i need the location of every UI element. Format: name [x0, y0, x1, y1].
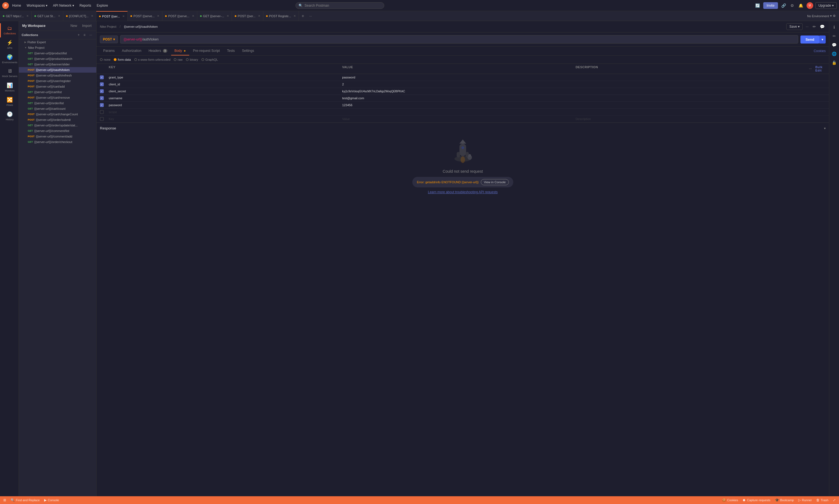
tab-close[interactable]: ✕: [122, 15, 125, 18]
tab-pre-request[interactable]: Pre-request Script: [190, 47, 223, 55]
cookies-link[interactable]: Cookies: [814, 49, 826, 53]
tab-close[interactable]: ✕: [192, 14, 194, 17]
list-item[interactable]: GET {{server-url}}/banner/slider: [19, 61, 96, 67]
sidebar-item-apis[interactable]: ⚡ APIs: [0, 37, 19, 52]
cell-value[interactable]: test@gmail.com: [342, 96, 575, 100]
list-item[interactable]: GET {{server-url}}/product/search: [19, 56, 96, 61]
tab-9[interactable]: POST Registe... ✕: [263, 11, 299, 21]
add-tab-button[interactable]: +: [299, 14, 307, 19]
tab-7[interactable]: GET {{server-... ✕: [197, 11, 232, 21]
sidebar-item-history[interactable]: 🕐 History: [0, 109, 19, 123]
method-selector[interactable]: POST ▾: [100, 35, 118, 43]
list-item[interactable]: GET {{server-url}}/order/list: [19, 100, 96, 106]
list-item[interactable]: POST {{server-url}}/order/submit: [19, 117, 96, 123]
tab-tests[interactable]: Tests: [224, 47, 238, 55]
tab-4[interactable]: POST {{ser... ✕: [96, 11, 128, 21]
cell-key[interactable]: client_secret: [109, 90, 342, 93]
sidebar-item-mock-servers[interactable]: 🖥 Mock Servers: [0, 66, 19, 80]
list-item[interactable]: GET {{server-url}}/cart/list: [19, 89, 96, 95]
tab-8[interactable]: POST {{ser... ✕: [232, 11, 263, 21]
message-icon[interactable]: 💬: [830, 41, 838, 49]
sidebar-item-monitors[interactable]: 📊 Monitors: [0, 80, 19, 94]
webhook-icon[interactable]: 🔗: [780, 2, 787, 9]
view-in-console-button[interactable]: View in Console: [481, 179, 509, 185]
radio-binary[interactable]: binary: [186, 58, 198, 61]
cell-key[interactable]: scope: [109, 110, 342, 114]
collection-flutter-expert[interactable]: ▶ Flutter Expert: [19, 39, 96, 45]
globe-icon[interactable]: 🌐: [830, 50, 838, 58]
nav-reports[interactable]: Reports: [77, 2, 93, 8]
row-checkbox[interactable]: [100, 103, 104, 107]
cell-value[interactable]: 123456: [342, 103, 575, 107]
tab-params[interactable]: Params: [100, 47, 118, 55]
edit-doc-icon[interactable]: ✏: [831, 32, 838, 40]
save-button[interactable]: Save ▾: [786, 23, 803, 30]
list-item[interactable]: GET {{server-url}}/comment/list: [19, 128, 96, 133]
environment-selector[interactable]: No Environment ▾ ⚙: [804, 14, 839, 18]
cell-key[interactable]: grant_type: [109, 76, 342, 79]
upgrade-button[interactable]: Upgrade ▾: [816, 2, 837, 9]
edit-icon[interactable]: ✏: [811, 23, 817, 30]
list-item[interactable]: POST {{server-url}}/user/register: [19, 78, 96, 84]
tab-close[interactable]: ✕: [157, 14, 159, 17]
import-button[interactable]: Import: [81, 23, 93, 28]
bottom-trash[interactable]: 🗑 Trash: [816, 498, 828, 502]
avatar[interactable]: U: [806, 2, 813, 9]
list-item[interactable]: GET {{server-url}}/cart/count: [19, 106, 96, 111]
more-request-options[interactable]: ···: [804, 24, 810, 29]
cell-key[interactable]: Key: [109, 117, 342, 121]
radio-form-data[interactable]: form-data: [114, 58, 131, 61]
cell-description[interactable]: Description: [576, 117, 809, 121]
row-checkbox[interactable]: [100, 110, 104, 114]
tab-close[interactable]: ✕: [294, 14, 296, 17]
tab-5[interactable]: POST {{serve... ✕: [128, 11, 162, 21]
sort-button[interactable]: ≡: [82, 33, 87, 37]
cell-key[interactable]: client_id: [109, 83, 342, 86]
bottom-expand[interactable]: ⤢: [833, 498, 836, 502]
radio-raw[interactable]: raw: [174, 58, 182, 61]
cell-value[interactable]: kyj1c9sVcksqGU4scMX7nLDalkjp2WoqQEf8PKAC: [342, 90, 575, 93]
row-checkbox[interactable]: [100, 82, 104, 86]
lock-icon[interactable]: 🔒: [830, 59, 838, 67]
info-icon[interactable]: ℹ: [832, 23, 837, 31]
app-logo[interactable]: P: [2, 2, 9, 9]
table-more-icon[interactable]: ···: [809, 67, 812, 70]
bottom-find-replace[interactable]: 🔍 Find and Replace: [11, 498, 40, 502]
url-input[interactable]: {{server-url}} /auth/token: [120, 35, 799, 43]
settings-icon[interactable]: ⚙: [789, 2, 795, 9]
bottom-runner[interactable]: ▷ Runner: [798, 498, 812, 502]
tab-close[interactable]: ✕: [58, 14, 60, 17]
tab-close[interactable]: ✕: [91, 14, 93, 17]
list-item[interactable]: GET {{server-url}}/order/checkout: [19, 139, 96, 145]
tab-3[interactable]: [CONFLICT]... ✕: [63, 11, 96, 21]
more-tabs-button[interactable]: ···: [307, 14, 314, 18]
nav-workspaces[interactable]: Workspaces ▾: [24, 2, 50, 8]
cell-value[interactable]: 2: [342, 83, 575, 86]
row-checkbox[interactable]: [100, 89, 104, 93]
send-button[interactable]: Send: [801, 35, 819, 43]
response-expand-button[interactable]: ▾: [824, 126, 826, 130]
tab-2[interactable]: GET List St... ✕: [32, 11, 63, 21]
list-item[interactable]: POST {{server-url}}/oauth/refresh: [19, 73, 96, 78]
add-collection-button[interactable]: +: [76, 33, 81, 37]
sidebar-item-collections[interactable]: 🗂 Collections: [0, 23, 19, 37]
tab-body[interactable]: Body ●: [171, 47, 189, 55]
bottom-cookies[interactable]: 🍪 Cookies: [722, 498, 738, 502]
learn-more-link[interactable]: Learn more about troubleshooting API req…: [428, 190, 498, 194]
tab-1[interactable]: GET https:/... ✕: [0, 11, 32, 21]
bottom-console[interactable]: ▶ Console: [44, 498, 59, 502]
bottom-bootcamp[interactable]: 🎓 Bootcamp: [775, 498, 794, 502]
bulk-edit-button[interactable]: Bulk Edit: [816, 66, 826, 72]
list-item[interactable]: POST {{server-url}}/cart/remove: [19, 95, 96, 100]
list-item[interactable]: POST {{server-url}}/comment/add: [19, 133, 96, 139]
row-checkbox[interactable]: [100, 75, 104, 79]
cell-value[interactable]: Value: [342, 117, 575, 121]
bottom-capture[interactable]: ⏺ Capture requests: [742, 498, 770, 502]
cell-value[interactable]: password: [342, 76, 575, 79]
nav-api-network[interactable]: API Network ▾: [51, 2, 76, 8]
bottom-layout-icon[interactable]: ⊞: [3, 498, 6, 502]
bell-icon[interactable]: 🔔: [798, 2, 804, 9]
tab-close[interactable]: ✕: [258, 14, 260, 17]
nav-explore[interactable]: Explore: [94, 2, 110, 8]
list-item[interactable]: GET {{server-url}}/order/update/stat...: [19, 123, 96, 128]
